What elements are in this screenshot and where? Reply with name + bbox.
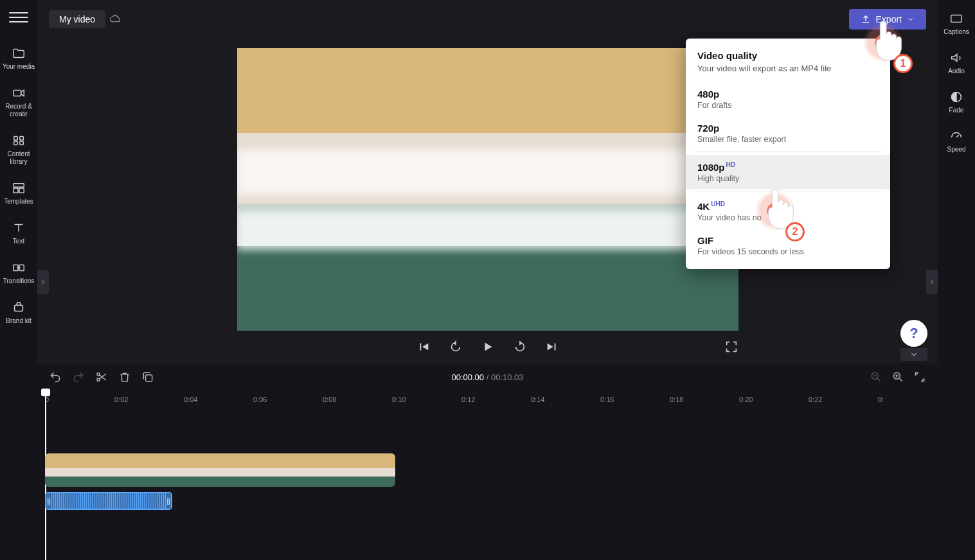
svg-rect-2: [20, 137, 24, 141]
sidebar-item-speed[interactable]: Speed: [938, 123, 975, 162]
transitions-icon: [12, 261, 26, 275]
svg-rect-6: [13, 188, 18, 193]
camera-icon: [12, 86, 26, 100]
trash-icon[interactable]: [118, 371, 131, 383]
project-title[interactable]: My video: [49, 10, 105, 28]
left-sidebar: Your media Record & create Content libra…: [0, 0, 37, 560]
sidebar-item-audio[interactable]: Audio: [938, 44, 975, 83]
timeline: 00:00.00 / 00:10.03 0 0:02 0:04 0:06 0:0…: [37, 363, 938, 560]
sidebar-item-label: Speed: [947, 146, 966, 153]
sidebar-item-label: Transitions: [2, 277, 36, 285]
zoom-out-icon[interactable]: [870, 371, 882, 383]
help-button[interactable]: ?: [900, 320, 927, 347]
sidebar-item-label: Text: [12, 238, 26, 245]
clip-handle-right[interactable]: ||: [166, 493, 171, 509]
sidebar-item-label: Audio: [948, 67, 965, 74]
export-label: Export: [876, 14, 902, 24]
expand-left-panel-icon[interactable]: [37, 270, 49, 294]
undo-icon[interactable]: [49, 371, 62, 383]
quality-option-1080p[interactable]: 1080pHD High quality: [686, 155, 890, 189]
scissors-icon[interactable]: [95, 371, 108, 383]
sidebar-item-label: Your media: [1, 63, 36, 71]
zoom-in-icon[interactable]: [891, 371, 904, 383]
svg-rect-3: [14, 141, 18, 145]
cloud-sync-icon[interactable]: [109, 13, 121, 25]
timeline-tracks[interactable]: || ||: [45, 410, 930, 560]
top-bar: My video Export: [37, 0, 938, 39]
text-icon: [12, 221, 26, 235]
brand-kit-icon: [12, 301, 26, 315]
sidebar-item-label: Record & create: [0, 103, 37, 118]
sidebar-item-transitions[interactable]: Transitions: [0, 254, 37, 294]
video-canvas[interactable]: [237, 48, 738, 331]
sidebar-item-record-create[interactable]: Record & create: [0, 80, 37, 127]
skip-start-icon[interactable]: [416, 340, 431, 354]
popup-heading: Video quality: [686, 49, 890, 64]
timeline-time-display: 00:00.00 / 00:10.03: [451, 372, 523, 382]
sidebar-item-text[interactable]: Text: [0, 214, 37, 254]
sidebar-item-templates[interactable]: Templates: [0, 175, 37, 214]
timeline-toolbar: 00:00.00 / 00:10.03: [37, 363, 938, 390]
sidebar-item-your-media[interactable]: Your media: [0, 40, 37, 80]
folder-icon: [12, 46, 26, 60]
duplicate-icon[interactable]: [141, 371, 154, 383]
sidebar-item-label: Captions: [944, 28, 969, 35]
video-clip[interactable]: [45, 453, 395, 487]
play-icon[interactable]: [481, 340, 495, 354]
speed-icon: [949, 129, 963, 143]
collapse-panel-icon[interactable]: [900, 348, 927, 361]
svg-rect-0: [13, 90, 21, 96]
quality-option-4k[interactable]: 4KUHD Your video has no: [686, 194, 890, 229]
upload-icon: [861, 14, 871, 24]
svg-rect-16: [951, 15, 962, 22]
export-button[interactable]: Export: [849, 9, 926, 30]
current-time: 00:00.00: [451, 372, 484, 382]
popup-subheading: Your video will export as an MP4 file: [686, 64, 890, 82]
sidebar-item-label: Content library: [0, 150, 37, 166]
main-area: My video Export: [37, 0, 938, 560]
sidebar-item-label: Templates: [3, 198, 35, 206]
fade-icon: [949, 90, 963, 104]
quality-option-gif[interactable]: GIF For videos 15 seconds or less: [686, 229, 890, 263]
chevron-down-icon: [907, 15, 915, 23]
forward-icon[interactable]: [513, 340, 527, 354]
rewind-icon[interactable]: [449, 340, 463, 354]
fit-icon[interactable]: [913, 371, 926, 383]
sidebar-item-captions[interactable]: Captions: [938, 5, 975, 44]
timeline-ruler[interactable]: 0 0:02 0:04 0:06 0:08 0:10 0:12 0:14 0:1…: [45, 390, 930, 410]
sidebar-item-label: Brand kit: [4, 317, 32, 325]
svg-rect-4: [20, 141, 24, 145]
project-title-text: My video: [59, 14, 95, 24]
export-quality-popup: Video quality Your video will export as …: [686, 39, 890, 269]
templates-icon: [12, 181, 26, 195]
sidebar-item-fade[interactable]: Fade: [938, 83, 975, 123]
svg-rect-5: [13, 184, 24, 188]
skip-end-icon[interactable]: [545, 340, 559, 354]
right-sidebar: Captions Audio Fade Speed: [938, 0, 975, 560]
redo-icon[interactable]: [72, 371, 85, 383]
library-icon: [12, 134, 26, 148]
playback-controls: [237, 340, 738, 354]
svg-rect-10: [15, 305, 23, 311]
quality-option-480p[interactable]: 480p For drafts: [686, 82, 890, 116]
total-time: 00:10.03: [491, 372, 524, 382]
expand-right-panel-icon[interactable]: [926, 270, 938, 294]
captions-icon: [949, 12, 963, 26]
audio-clip[interactable]: || ||: [45, 492, 172, 510]
clip-handle-left[interactable]: ||: [46, 493, 51, 509]
hamburger-menu-icon[interactable]: [9, 8, 28, 27]
fullscreen-icon[interactable]: [724, 340, 738, 354]
sidebar-item-content-library[interactable]: Content library: [0, 127, 37, 175]
svg-rect-13: [146, 375, 152, 381]
quality-option-720p[interactable]: 720p Smaller file, faster export: [686, 116, 890, 150]
svg-rect-7: [19, 188, 24, 193]
sidebar-item-label: Fade: [949, 107, 964, 114]
sidebar-item-brand-kit[interactable]: Brand kit: [0, 294, 37, 334]
audio-icon: [949, 51, 963, 65]
svg-rect-1: [14, 137, 18, 141]
